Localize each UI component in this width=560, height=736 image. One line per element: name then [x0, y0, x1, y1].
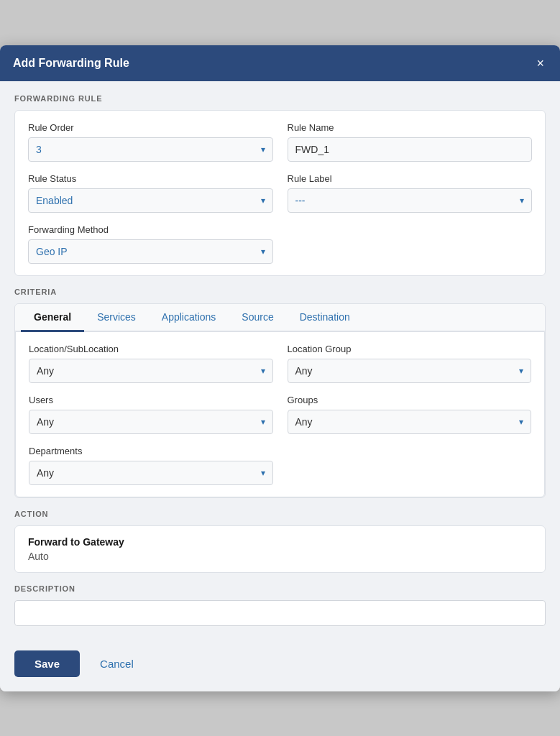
- action-card: Forward to Gateway Auto: [14, 525, 546, 573]
- criteria-section-label: CRITERIA: [14, 288, 546, 296]
- rule-status-select[interactable]: Enabled ▾: [28, 188, 273, 213]
- rule-label-group: Rule Label --- ▾: [288, 173, 533, 213]
- modal-body: FORWARDING RULE Rule Order 3 ▾ Rule Name…: [0, 81, 560, 639]
- location-sublocation-select[interactable]: Any ▾: [29, 359, 273, 383]
- rule-order-group: Rule Order 3 ▾: [28, 122, 273, 162]
- location-sublocation-value: Any: [37, 365, 54, 377]
- departments-label: Departments: [29, 446, 273, 456]
- forwarding-rule-card: Rule Order 3 ▾ Rule Name Rule Status Ena…: [14, 110, 546, 276]
- rule-status-value: Enabled: [36, 195, 73, 206]
- rule-name-label: Rule Name: [288, 122, 533, 133]
- modal-title: Add Forwarding Rule: [13, 57, 129, 70]
- action-section-label: ACTION: [14, 510, 546, 518]
- location-group-group: Location Group Any ▾: [288, 344, 532, 383]
- row-order-name: Rule Order 3 ▾ Rule Name: [28, 122, 532, 162]
- action-sub: Auto: [28, 551, 532, 562]
- groups-group: Groups Any ▾: [288, 395, 532, 434]
- groups-value: Any: [295, 416, 313, 428]
- groups-select[interactable]: Any ▾: [288, 410, 532, 434]
- users-group: Users Any ▾: [29, 395, 273, 434]
- location-group-select[interactable]: Any ▾: [288, 359, 532, 383]
- rule-order-select[interactable]: 3 ▾: [28, 137, 273, 162]
- forwarding-method-label: Forwarding Method: [28, 224, 273, 235]
- criteria-tabs-wrapper: General Services Applications Source Des…: [14, 303, 546, 498]
- criteria-general-tab-content: Location/SubLocation Any ▾ Location Grou…: [15, 331, 545, 497]
- row-location-group: Location/SubLocation Any ▾ Location Grou…: [29, 344, 531, 383]
- tab-general[interactable]: General: [21, 304, 84, 332]
- forwarding-method-group: Forwarding Method Geo IP ▾: [28, 224, 273, 264]
- users-label: Users: [29, 395, 273, 405]
- criteria-section: CRITERIA General Services Applications S…: [14, 288, 546, 498]
- departments-select[interactable]: Any ▾: [29, 461, 273, 485]
- rule-name-group: Rule Name: [288, 122, 533, 162]
- groups-label: Groups: [288, 395, 532, 405]
- row-forwarding-method: Forwarding Method Geo IP ▾: [28, 224, 532, 264]
- departments-chevron-icon: ▾: [261, 468, 265, 478]
- location-sublocation-chevron-icon: ▾: [261, 366, 265, 376]
- rule-order-value: 3: [36, 144, 42, 155]
- rule-order-label: Rule Order: [28, 122, 273, 133]
- forwarding-method-value: Geo IP: [36, 246, 68, 257]
- description-input[interactable]: [14, 600, 546, 626]
- rule-status-label: Rule Status: [28, 173, 273, 184]
- forwarding-method-select[interactable]: Geo IP ▾: [28, 239, 273, 264]
- users-chevron-icon: ▾: [261, 417, 265, 427]
- tab-services[interactable]: Services: [84, 304, 149, 332]
- row-status-label: Rule Status Enabled ▾ Rule Label --- ▾: [28, 173, 532, 213]
- add-forwarding-rule-modal: Add Forwarding Rule × FORWARDING RULE Ru…: [0, 45, 560, 691]
- rule-name-input[interactable]: [288, 137, 533, 162]
- departments-group: Departments Any ▾: [29, 446, 273, 485]
- users-select[interactable]: Any ▾: [29, 410, 273, 434]
- rule-label-label: Rule Label: [288, 173, 533, 184]
- modal-footer: Save Cancel: [0, 639, 560, 691]
- location-group-value: Any: [295, 365, 313, 377]
- rule-label-select[interactable]: --- ▾: [288, 188, 533, 213]
- rule-status-chevron-icon: ▾: [261, 196, 265, 206]
- row-users-groups: Users Any ▾ Groups Any ▾: [29, 395, 531, 434]
- location-group-chevron-icon: ▾: [519, 366, 523, 376]
- save-button[interactable]: Save: [14, 650, 80, 677]
- groups-chevron-icon: ▾: [519, 417, 523, 427]
- rule-label-value: ---: [295, 195, 306, 206]
- forwarding-method-chevron-icon: ▾: [261, 247, 265, 257]
- description-section-label: DESCRIPTION: [14, 584, 546, 593]
- departments-value: Any: [37, 467, 54, 479]
- close-button[interactable]: ×: [533, 55, 547, 71]
- forwarding-rule-section-label: FORWARDING RULE: [14, 94, 546, 103]
- cancel-button[interactable]: Cancel: [87, 650, 147, 677]
- location-sublocation-group: Location/SubLocation Any ▾: [29, 344, 273, 383]
- users-value: Any: [37, 416, 54, 428]
- modal-header: Add Forwarding Rule ×: [0, 45, 560, 81]
- location-sublocation-label: Location/SubLocation: [29, 344, 273, 354]
- tab-applications[interactable]: Applications: [149, 304, 229, 332]
- rule-order-chevron-icon: ▾: [261, 144, 265, 155]
- tab-source[interactable]: Source: [229, 304, 286, 332]
- rule-status-group: Rule Status Enabled ▾: [28, 173, 273, 213]
- rule-label-chevron-icon: ▾: [520, 196, 524, 206]
- action-title: Forward to Gateway: [28, 536, 532, 548]
- tab-destination[interactable]: Destination: [287, 304, 363, 332]
- row-departments: Departments Any ▾: [29, 446, 531, 485]
- criteria-tabs-header: General Services Applications Source Des…: [15, 304, 545, 331]
- location-group-label: Location Group: [288, 344, 532, 354]
